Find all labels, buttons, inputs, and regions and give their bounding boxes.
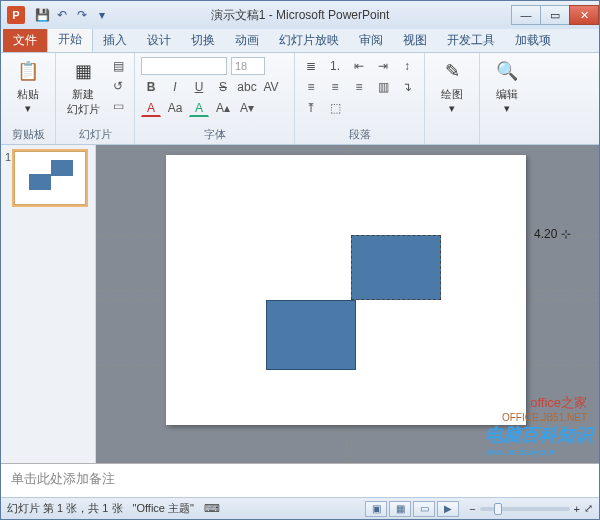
status-bar: 幻灯片 第 1 张，共 1 张 "Office 主题" ⌨ ▣ ▦ ▭ ▶ − … [1, 497, 599, 519]
tab-developer[interactable]: 开发工具 [437, 28, 505, 52]
group-editing: 🔍 编辑 ▾ [480, 53, 534, 144]
new-slide-icon: ▦ [69, 57, 97, 85]
columns-button[interactable]: ▥ [373, 78, 393, 96]
convert-smartart-button[interactable]: ⬚ [325, 99, 345, 117]
thumbnail-number: 1 [5, 151, 11, 163]
tab-review[interactable]: 审阅 [349, 28, 393, 52]
normal-view-button[interactable]: ▣ [365, 501, 387, 517]
paste-button[interactable]: 📋 粘贴 ▾ [7, 57, 49, 115]
qat-more-icon[interactable]: ▾ [93, 6, 111, 24]
drawing-label: 绘图 [441, 87, 463, 102]
group-label-clipboard: 剪贴板 [7, 125, 49, 142]
zoom-out-button[interactable]: − [469, 503, 475, 515]
tab-file[interactable]: 文件 [3, 28, 47, 52]
numbering-button[interactable]: 1. [325, 57, 345, 75]
rectangle-shape-selected[interactable] [351, 235, 441, 300]
app-icon: P [7, 6, 25, 24]
shrink-font-button[interactable]: A▾ [237, 99, 257, 117]
group-label-drawing [431, 140, 473, 142]
strike-button[interactable]: S [213, 78, 233, 96]
find-icon: 🔍 [493, 57, 521, 85]
dropdown-icon: ▾ [449, 102, 455, 115]
highlight-button[interactable]: A [189, 99, 209, 117]
slide-canvas[interactable] [166, 155, 526, 425]
section-button[interactable]: ▭ [108, 97, 128, 115]
shadow-button[interactable]: abc [237, 78, 257, 96]
zoom-slider[interactable] [480, 507, 570, 511]
zoom-slider-thumb[interactable] [494, 503, 502, 515]
slide-count-label: 幻灯片 第 1 张，共 1 张 [7, 501, 123, 516]
spacing-button[interactable]: AV [261, 78, 281, 96]
align-right-button[interactable]: ≡ [349, 78, 369, 96]
ribbon-tabs: 文件 开始 插入 设计 切换 动画 幻灯片放映 审阅 视图 开发工具 加载项 [1, 29, 599, 53]
bullets-button[interactable]: ≣ [301, 57, 321, 75]
reading-view-button[interactable]: ▭ [413, 501, 435, 517]
tab-insert[interactable]: 插入 [93, 28, 137, 52]
save-icon[interactable]: 💾 [33, 6, 51, 24]
cursor-icon: ⊹ [561, 227, 571, 241]
maximize-button[interactable]: ▭ [540, 5, 570, 25]
redo-icon[interactable]: ↷ [73, 6, 91, 24]
align-left-button[interactable]: ≡ [301, 78, 321, 96]
grow-font-button[interactable]: A▴ [213, 99, 233, 117]
editing-button[interactable]: 🔍 编辑 ▾ [486, 57, 528, 115]
slide-thumbnails-pane[interactable]: 1 [1, 145, 96, 463]
editing-label: 编辑 [496, 87, 518, 102]
reset-button[interactable]: ↺ [108, 77, 128, 95]
thumbnail-item[interactable]: 1 [5, 151, 95, 205]
fit-button[interactable]: ⤢ [584, 502, 593, 515]
close-button[interactable]: ✕ [569, 5, 599, 25]
sorter-view-button[interactable]: ▦ [389, 501, 411, 517]
group-label-slides: 幻灯片 [62, 125, 128, 142]
text-direction-button[interactable]: ↴ [397, 78, 417, 96]
align-top-button[interactable]: ⤒ [301, 99, 321, 117]
indent-inc-button[interactable]: ⇥ [373, 57, 393, 75]
font-family-combo[interactable] [141, 57, 227, 75]
content-area: 1 4.20 ⊹ office之家 OF [1, 145, 599, 463]
notes-pane[interactable]: 单击此处添加备注 [1, 463, 599, 497]
new-slide-label: 新建 [72, 87, 94, 102]
thumb-shape [29, 174, 51, 190]
underline-button[interactable]: U [189, 78, 209, 96]
slide-editor[interactable]: 4.20 ⊹ office之家 OFFICE.JB51.NET 电脑百科知识 w… [96, 145, 599, 463]
watermark-url: OFFICE.JB51.NET [502, 412, 587, 423]
tab-transitions[interactable]: 切换 [181, 28, 225, 52]
quick-access-toolbar: 💾 ↶ ↷ ▾ [33, 6, 111, 24]
window-title: 演示文稿1 - Microsoft PowerPoint [211, 7, 390, 24]
tab-animations[interactable]: 动画 [225, 28, 269, 52]
language-icon[interactable]: ⌨ [204, 502, 220, 515]
group-label-font: 字体 [141, 125, 288, 142]
slideshow-view-button[interactable]: ▶ [437, 501, 459, 517]
new-slide-button[interactable]: ▦ 新建 幻灯片 [62, 57, 104, 117]
font-size-combo[interactable]: 18 [231, 57, 265, 75]
tab-view[interactable]: 视图 [393, 28, 437, 52]
dimension-readout: 4.20 ⊹ [534, 227, 571, 241]
group-font: 18 B I U S abc AV A Aa A A▴ A▾ 字 [135, 53, 295, 144]
paste-icon: 📋 [14, 57, 42, 85]
minimize-button[interactable]: — [511, 5, 541, 25]
tab-addins[interactable]: 加载项 [505, 28, 561, 52]
zoom-in-button[interactable]: + [574, 503, 580, 515]
group-label-editing [486, 140, 528, 142]
indent-dec-button[interactable]: ⇤ [349, 57, 369, 75]
thumb-shape [51, 160, 73, 176]
undo-icon[interactable]: ↶ [53, 6, 71, 24]
line-spacing-button[interactable]: ↕ [397, 57, 417, 75]
align-center-button[interactable]: ≡ [325, 78, 345, 96]
bold-button[interactable]: B [141, 78, 161, 96]
italic-button[interactable]: I [165, 78, 185, 96]
layout-button[interactable]: ▤ [108, 57, 128, 75]
ribbon: 📋 粘贴 ▾ 剪贴板 ▦ 新建 幻灯片 ▤ ↺ ▭ 幻灯片 [1, 53, 599, 145]
tab-slideshow[interactable]: 幻灯片放映 [269, 28, 349, 52]
thumbnail-preview[interactable] [14, 151, 86, 205]
change-case-button[interactable]: Aa [165, 99, 185, 117]
tab-design[interactable]: 设计 [137, 28, 181, 52]
new-slide-label2: 幻灯片 [67, 102, 100, 117]
rectangle-shape[interactable] [266, 300, 356, 370]
group-label-paragraph: 段落 [301, 125, 418, 142]
group-drawing: ✎ 绘图 ▾ [425, 53, 480, 144]
tab-home[interactable]: 开始 [47, 26, 93, 52]
font-color-button[interactable]: A [141, 99, 161, 117]
group-clipboard: 📋 粘贴 ▾ 剪贴板 [1, 53, 56, 144]
drawing-button[interactable]: ✎ 绘图 ▾ [431, 57, 473, 115]
